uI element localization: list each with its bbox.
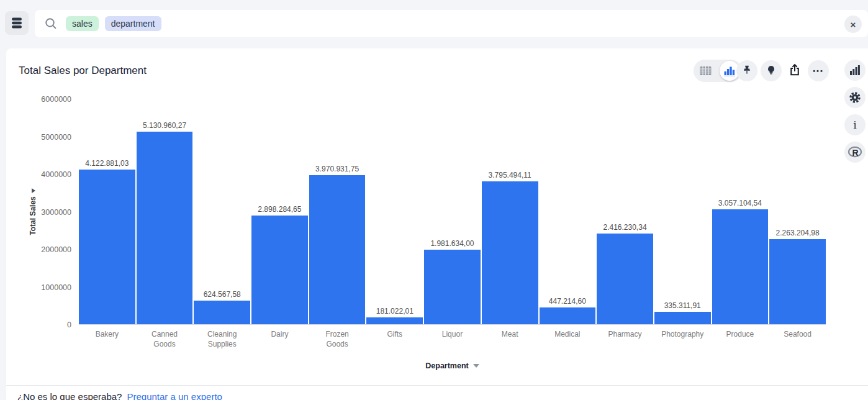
bar-column: 1.981.634,00 bbox=[424, 239, 481, 324]
bar-column: 3.057.104,54 bbox=[712, 199, 769, 324]
insights-button[interactable] bbox=[761, 60, 782, 81]
chart-config-button[interactable] bbox=[844, 60, 866, 81]
bar-value-label: 5.130.960,27 bbox=[143, 121, 186, 130]
x-category-label: CleaningSupplies bbox=[194, 330, 250, 349]
x-category-label: Liquor bbox=[424, 330, 481, 349]
bar-column: 3.795.494,11 bbox=[482, 171, 538, 324]
info-icon: i bbox=[853, 119, 856, 131]
bar-bakery[interactable] bbox=[79, 170, 135, 324]
lightbulb-icon bbox=[764, 64, 778, 78]
bar-value-label: 4.122.881,03 bbox=[85, 159, 129, 168]
bar-seafood[interactable] bbox=[769, 239, 826, 324]
answer-card: Total Sales por Department bbox=[6, 48, 868, 400]
info-button[interactable]: i bbox=[844, 114, 866, 135]
chevron-down-icon bbox=[473, 364, 479, 368]
bar-column: 335.311,91 bbox=[654, 301, 711, 324]
bar-column: 5.130.960,27 bbox=[137, 121, 193, 324]
y-tick-label: 6000000 bbox=[19, 94, 71, 104]
bar-column: 2.898.284,65 bbox=[251, 205, 308, 324]
data-source-button[interactable] bbox=[5, 11, 29, 35]
settings-button[interactable] bbox=[844, 87, 866, 108]
bar-column: 447.214,60 bbox=[540, 297, 596, 324]
bar-column: 3.970.931,75 bbox=[309, 165, 366, 324]
display-mode-toggle bbox=[694, 60, 742, 82]
bar-value-label: 2.263.204,98 bbox=[776, 229, 820, 237]
bar-value-label: 3.057.104,54 bbox=[718, 199, 762, 207]
y-tick-label: 1000000 bbox=[19, 283, 71, 293]
feedback-question: ¿No es lo que esperaba? bbox=[17, 391, 122, 400]
bar-frozen-goods[interactable] bbox=[309, 175, 366, 324]
y-tick-label: 4000000 bbox=[19, 170, 71, 180]
gear-icon bbox=[848, 90, 862, 105]
bar-chart-icon bbox=[723, 66, 736, 76]
x-category-label: Pharmacy bbox=[597, 330, 653, 349]
bar-meat[interactable] bbox=[482, 181, 538, 324]
x-category-label: Bakery bbox=[79, 330, 135, 349]
x-category-label: Medical bbox=[540, 330, 596, 349]
share-icon bbox=[787, 63, 803, 79]
r-logo-icon: R bbox=[847, 145, 863, 160]
bar-value-label: 447.214,60 bbox=[549, 297, 586, 306]
bar-value-label: 624.567,58 bbox=[204, 290, 241, 299]
table-view-button[interactable] bbox=[694, 60, 718, 82]
bar-liquor[interactable] bbox=[424, 250, 481, 324]
x-axis-labels: BakeryCannedGoodsCleaningSuppliesDairyFr… bbox=[79, 330, 826, 349]
bar-column: 624.567,58 bbox=[194, 290, 250, 324]
search-token-department[interactable]: department bbox=[105, 16, 161, 31]
bar-pharmacy[interactable] bbox=[597, 234, 653, 324]
y-tick-label: 5000000 bbox=[19, 132, 71, 142]
x-category-label: FrozenGoods bbox=[309, 330, 366, 349]
bar-value-label: 2.898.284,65 bbox=[258, 205, 301, 214]
answer-page: sales department × Total Sales por Depar… bbox=[0, 0, 868, 400]
bar-column: 4.122.881,03 bbox=[79, 159, 135, 324]
ask-expert-link[interactable]: Preguntar a un experto bbox=[127, 391, 222, 400]
y-tick-label: 2000000 bbox=[19, 245, 71, 255]
share-button[interactable] bbox=[784, 60, 805, 81]
x-category-label: Dairy bbox=[251, 330, 308, 349]
x-category-label: Seafood bbox=[769, 330, 826, 349]
bar-column: 2.416.230,34 bbox=[597, 223, 653, 324]
r-analysis-button[interactable]: R bbox=[844, 142, 866, 163]
x-category-label: Produce bbox=[712, 330, 769, 349]
pin-icon bbox=[740, 64, 754, 78]
bar-produce[interactable] bbox=[712, 209, 769, 324]
close-icon: × bbox=[851, 19, 856, 30]
bar-value-label: 3.970.931,75 bbox=[315, 165, 359, 173]
y-axis-title[interactable]: Total Sales bbox=[29, 178, 37, 246]
x-category-label: Meat bbox=[482, 330, 538, 349]
x-category-label: Gifts bbox=[366, 330, 423, 349]
x-category-label: Photography bbox=[654, 330, 711, 349]
y-tick-label: 0 bbox=[19, 320, 71, 330]
x-axis-title[interactable]: Department bbox=[425, 361, 479, 370]
bar-value-label: 3.795.494,11 bbox=[489, 171, 531, 180]
close-button[interactable]: × bbox=[844, 16, 862, 33]
bar-cleaning-supplies[interactable] bbox=[194, 301, 250, 324]
bar-gifts[interactable] bbox=[366, 317, 423, 324]
chart-title: Total Sales por Department bbox=[19, 65, 147, 77]
more-options-button[interactable]: ••• bbox=[808, 60, 829, 81]
chart-plot-area: 4.122.881,035.130.960,27624.567,582.898.… bbox=[79, 99, 826, 325]
footer-divider bbox=[6, 385, 868, 386]
x-category-label: CannedGoods bbox=[137, 330, 193, 349]
y-tick-label: 3000000 bbox=[19, 207, 71, 217]
database-icon bbox=[10, 16, 24, 30]
pin-button[interactable] bbox=[736, 60, 757, 81]
bar-column: 2.263.204,98 bbox=[769, 229, 826, 324]
bar-dairy[interactable] bbox=[251, 216, 308, 324]
chart-config-icon bbox=[849, 65, 861, 76]
bar-column: 181.022,01 bbox=[366, 307, 423, 324]
bar-canned-goods[interactable] bbox=[137, 132, 193, 324]
search-token-sales[interactable]: sales bbox=[66, 16, 99, 31]
svg-text:R: R bbox=[852, 148, 858, 158]
bar-value-label: 2.416.230,34 bbox=[603, 223, 646, 232]
search-icon bbox=[43, 16, 58, 31]
bar-value-label: 181.022,01 bbox=[376, 307, 414, 316]
sort-indicator-icon bbox=[32, 188, 35, 193]
ellipsis-icon: ••• bbox=[813, 67, 824, 75]
bar-photography[interactable] bbox=[654, 312, 711, 324]
bar-value-label: 1.981.634,00 bbox=[430, 239, 474, 248]
table-icon bbox=[700, 66, 712, 76]
search-bar[interactable]: sales department bbox=[35, 10, 868, 37]
bar-value-label: 335.311,91 bbox=[664, 301, 701, 310]
bar-medical[interactable] bbox=[540, 307, 596, 324]
